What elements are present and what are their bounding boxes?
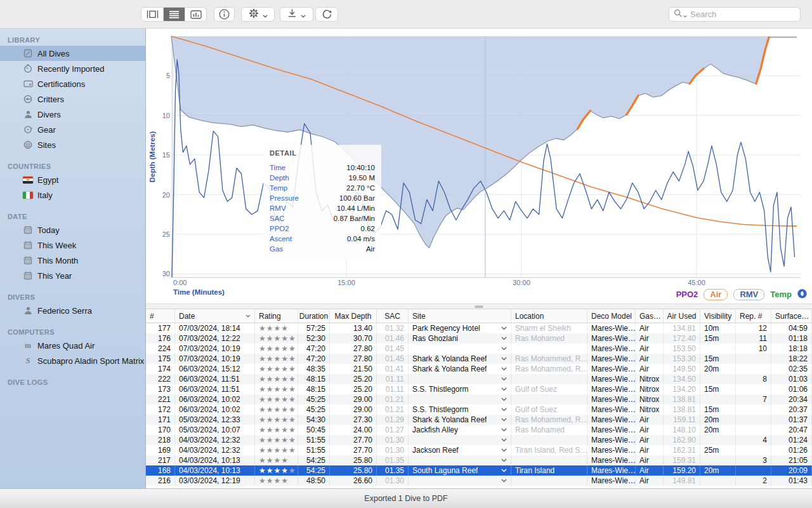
status-bar: Exported 1 Dive to PDF xyxy=(0,488,812,508)
tooltip-row: Depth19.50 M xyxy=(270,173,375,183)
column-header-rep[interactable]: Rep. # xyxy=(736,309,771,323)
num-cell: 217 xyxy=(146,455,175,465)
site-dropdown-chevron-icon[interactable] xyxy=(501,347,507,351)
column-header-duration[interactable]: Duration xyxy=(298,309,330,323)
site-dropdown-chevron-icon[interactable] xyxy=(501,418,507,422)
date-cell: 07/03/2024, 12:22 xyxy=(175,333,255,344)
sidebar-item-federico-serra[interactable]: Federico Serra xyxy=(0,303,145,318)
sidebar-item-divers[interactable]: Divers xyxy=(0,107,145,122)
legend-ppo2-toggle[interactable]: PPO2 xyxy=(676,290,698,299)
sync-button[interactable] xyxy=(315,7,338,22)
sidebar-item-this-year[interactable]: This Year xyxy=(0,268,145,283)
air-used-cell: 134.81 xyxy=(664,323,700,333)
y-tick-label: 10 xyxy=(162,112,170,119)
export-dropdown-button[interactable] xyxy=(280,7,313,22)
site-dropdown-chevron-icon[interactable] xyxy=(501,448,507,452)
table-row-dive-170[interactable]: 17005/03/2024, 10:07★★★★★50:4524.0001.27… xyxy=(146,425,812,435)
legend-air-toggle[interactable]: Air xyxy=(704,289,728,300)
chevron-down-icon xyxy=(263,9,268,20)
deco-cell: Mares-Wie… xyxy=(587,344,636,354)
column-header-air-used[interactable]: Air Used xyxy=(664,309,700,323)
sidebar-item-label: Certifications xyxy=(37,79,85,89)
sidebar-section-countries: COUNTRIES xyxy=(0,160,145,172)
table-row-dive-171[interactable]: 17105/03/2024, 12:33★★★★★54:3027.3001.29… xyxy=(146,415,812,425)
max-depth-cell: 25.20 xyxy=(330,374,377,384)
sidebar-item-this-week[interactable]: This Week xyxy=(0,237,145,253)
chart-options-icon[interactable] xyxy=(797,289,807,300)
sidebar-item-this-month[interactable]: This Month xyxy=(0,253,145,268)
site-name: Park Regency Hotel xyxy=(412,324,480,333)
table-row-dive-216[interactable]: 21603/03/2024, 12:19★★★★48:5026.6001.30M… xyxy=(146,476,812,486)
site-dropdown-chevron-icon[interactable] xyxy=(501,377,507,381)
table-row-dive-176[interactable]: 17607/03/2024, 12:22★★★★★52:3030.7001.46… xyxy=(146,333,812,344)
site-dropdown-chevron-icon[interactable] xyxy=(501,367,507,371)
table-row-dive-173[interactable]: 17306/03/2024, 11:51★★★★★48:1525.2001.11… xyxy=(146,384,812,394)
column-header-[interactable]: # xyxy=(146,309,175,323)
stats-view-button[interactable] xyxy=(185,8,206,21)
site-dropdown-chevron-icon[interactable] xyxy=(501,458,507,462)
sidebar-item-today[interactable]: Today xyxy=(0,222,145,237)
table-row-dive-224[interactable]: 22407/03/2024, 10:19★★★★★47:2027.8001.45… xyxy=(146,344,812,354)
sidebar-item-egypt[interactable]: Egypt xyxy=(0,172,145,187)
sidebar-item-all-dives[interactable]: All Dives xyxy=(0,46,145,61)
gallery-view-button[interactable] xyxy=(141,8,163,21)
site-dropdown-chevron-icon[interactable] xyxy=(501,337,507,340)
list-view-button[interactable] xyxy=(163,8,185,21)
legend-temp-toggle[interactable]: Temp xyxy=(770,290,792,299)
column-header-gas[interactable]: Gas… xyxy=(636,309,664,323)
column-header-visibility[interactable]: Visibility xyxy=(700,309,736,323)
x-tick-label: 45:00 xyxy=(688,279,705,286)
site-dropdown-chevron-icon[interactable] xyxy=(501,398,507,401)
search-input[interactable] xyxy=(690,10,802,19)
table-row-dive-217[interactable]: 21704/03/2024, 10:13★★★★54:2525.8001.35M… xyxy=(146,455,812,465)
main-area: 510152025300:0015:0030:0045:00Time (Minu… xyxy=(146,29,812,488)
visibility-cell: 10m xyxy=(700,323,736,333)
sidebar-item-italy[interactable]: Italy xyxy=(0,187,145,203)
max-depth-cell: 24.00 xyxy=(330,425,377,435)
column-header-sac[interactable]: SAC xyxy=(377,309,409,323)
table-row-dive-169[interactable]: 16904/03/2024, 12:32★★★★★51:5527.7001.30… xyxy=(146,445,812,455)
sidebar-item-label: Critters xyxy=(37,95,64,104)
sidebar-item-sites[interactable]: Sites xyxy=(0,137,145,152)
column-header-site[interactable]: Site xyxy=(409,309,511,323)
column-header-location[interactable]: Location xyxy=(511,309,587,323)
column-header-max-depth[interactable]: Max Depth xyxy=(330,309,377,323)
site-dropdown-chevron-icon[interactable] xyxy=(501,469,507,472)
table-row-dive-222[interactable]: 22206/03/2024, 11:51★★★★★48:1525.2001.11… xyxy=(146,374,812,384)
table-row-dive-175[interactable]: 17507/03/2024, 10:19★★★★★47:2027.8001.45… xyxy=(146,354,812,364)
search-field[interactable] xyxy=(669,7,801,22)
site-dropdown-chevron-icon[interactable] xyxy=(501,479,507,483)
column-header-surface[interactable]: Surface… xyxy=(771,309,812,323)
settings-dropdown-button[interactable] xyxy=(241,7,275,22)
sidebar-item-scubapro-aladin-sport-matrix[interactable]: SScubapro Aladin Sport Matrix xyxy=(0,353,145,368)
site-dropdown-chevron-icon[interactable] xyxy=(501,387,507,391)
sidebar-item-critters[interactable]: Critters xyxy=(0,91,145,107)
sidebar-item-gear[interactable]: Gear xyxy=(0,122,145,137)
sidebar-item-mares-quad-air[interactable]: mMares Quad Air xyxy=(0,338,145,353)
table-row-dive-168[interactable]: 16804/03/2024, 10:13★★★★★54:2525.8001.35… xyxy=(146,465,812,476)
tooltip-title: DETAIL xyxy=(270,149,375,157)
site-dropdown-chevron-icon[interactable] xyxy=(501,326,507,330)
site-dropdown-chevron-icon[interactable] xyxy=(501,357,507,361)
site-dropdown-chevron-icon[interactable] xyxy=(501,428,507,432)
sidebar-item-recently-imported[interactable]: Recently Imported xyxy=(0,61,145,76)
table-row-dive-174[interactable]: 17406/03/2024, 15:12★★★★★48:3521.5001.41… xyxy=(146,364,812,374)
column-header-rating[interactable]: Rating xyxy=(255,309,298,323)
site-dropdown-chevron-icon[interactable] xyxy=(501,438,507,442)
dive-chart[interactable]: 510152025300:0015:0030:0045:00Time (Minu… xyxy=(146,29,812,304)
num-cell: 169 xyxy=(146,445,175,455)
site-dropdown-chevron-icon[interactable] xyxy=(501,408,507,411)
splitter-handle[interactable] xyxy=(146,304,812,309)
table-row-dive-218[interactable]: 21804/03/2024, 12:32★★★★★51:5527.7001.30… xyxy=(146,435,812,445)
table-row-dive-221[interactable]: 22106/03/2024, 10:02★★★★★45:2529.0001.21… xyxy=(146,394,812,404)
rep-cell xyxy=(736,364,771,374)
legend-rmv-toggle[interactable]: RMV xyxy=(733,289,764,300)
info-button[interactable] xyxy=(214,7,235,22)
location-cell xyxy=(511,476,587,486)
date-cell: 05/03/2024, 12:33 xyxy=(175,415,255,425)
table-row-dive-172[interactable]: 17206/03/2024, 10:02★★★★★45:2529.0001.21… xyxy=(146,404,812,415)
column-header-deco-model[interactable]: Deco Model xyxy=(587,309,636,323)
table-row-dive-177[interactable]: 17707/03/2024, 18:14★★★★57:2513.4001.32P… xyxy=(146,323,812,333)
sidebar-item-certifications[interactable]: Certifications xyxy=(0,76,145,91)
column-header-date[interactable]: Date xyxy=(175,309,255,323)
